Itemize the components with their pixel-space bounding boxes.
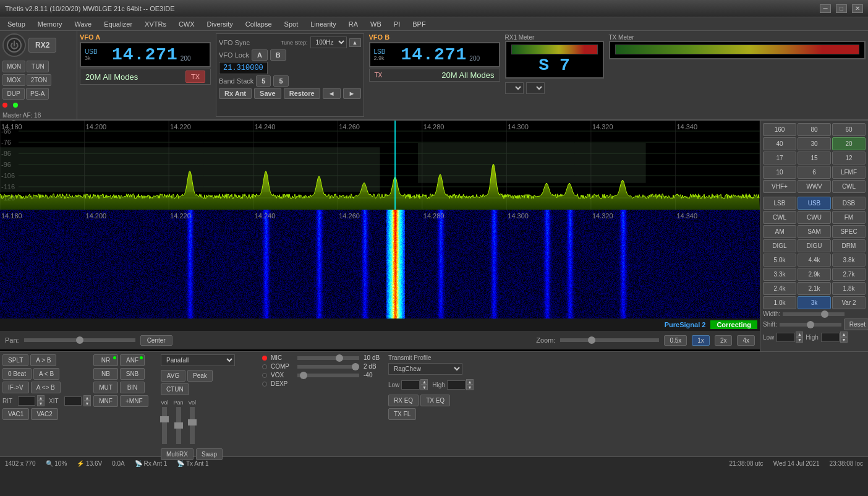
mode-dsb[interactable]: DSB <box>832 197 866 210</box>
menu-cwx[interactable]: CWX <box>174 19 200 29</box>
menu-collapse[interactable]: Collapse <box>240 19 277 29</box>
high-down[interactable]: ▼ <box>840 337 848 343</box>
dup-button[interactable]: DUP <box>2 88 25 100</box>
band-6[interactable]: 6 <box>798 166 831 179</box>
band-15[interactable]: 15 <box>798 152 831 165</box>
panafall-dropdown[interactable]: PanafallPanadapterWaterfall <box>161 354 235 366</box>
menu-wb[interactable]: WB <box>365 19 386 29</box>
high-value[interactable]: 3000 <box>821 333 840 342</box>
zoom-slider[interactable] <box>560 338 659 342</box>
swap-button[interactable]: Swap <box>196 448 223 460</box>
band-20[interactable]: 20 <box>832 137 866 150</box>
mode-usb[interactable]: USB <box>798 197 831 210</box>
tx-high-input[interactable]: 3000 <box>447 380 466 390</box>
signal-dropdown[interactable]: Signal <box>505 82 524 94</box>
peak-button[interactable]: Peak <box>187 370 213 382</box>
zero-beat-button[interactable]: 0 Beat <box>2 368 32 380</box>
menu-xvtrs[interactable]: XVTRs <box>140 19 171 29</box>
multi-rx-button[interactable]: MultiRX <box>161 448 194 460</box>
mode-sam[interactable]: SAM <box>798 225 831 238</box>
alc-comp-dropdown[interactable]: ALC Comp <box>526 82 545 94</box>
psa-button[interactable]: PS-A <box>26 88 49 100</box>
nav-left-button[interactable]: ◄ <box>323 88 341 99</box>
menu-linearity[interactable]: Linearity <box>305 19 341 29</box>
vol2-slider[interactable] <box>190 407 195 444</box>
rit-up[interactable]: ▲ <box>37 395 45 401</box>
close-button[interactable]: ✕ <box>852 4 863 13</box>
zoom-4x-button[interactable]: 4x <box>737 335 755 346</box>
tx-low-up[interactable]: ▲ <box>420 379 428 385</box>
menu-diversity[interactable]: Diversity <box>202 19 238 29</box>
pan-slider[interactable] <box>24 338 135 342</box>
band-60[interactable]: 60 <box>832 123 866 136</box>
filter-2.9k[interactable]: 2.9k <box>798 268 831 281</box>
nav-right-button[interactable]: ► <box>343 88 361 99</box>
tx-fl-button[interactable]: TX FL <box>388 408 416 420</box>
band-30[interactable]: 30 <box>798 137 831 150</box>
mode-cwu[interactable]: CWU <box>798 211 831 224</box>
rit-down[interactable]: ▼ <box>37 401 45 406</box>
avg-button[interactable]: AVG <box>161 370 185 382</box>
menu-bpf[interactable]: BPF <box>407 19 430 29</box>
zoom-2x-button[interactable]: 2x <box>715 335 733 346</box>
center-button[interactable]: Center <box>140 335 172 346</box>
mon-button[interactable]: MON <box>2 61 25 72</box>
band-stack-5a-btn[interactable]: 5 <box>256 75 271 87</box>
band-vhf[interactable]: VHF+ <box>763 180 796 193</box>
tx-profile-dropdown[interactable]: RagChewDXContest <box>388 363 462 375</box>
xit-input[interactable]: 0 <box>64 396 82 406</box>
splt-button[interactable]: SPLT <box>2 354 28 366</box>
mic-slider[interactable] <box>297 356 359 360</box>
pan2-slider[interactable] <box>176 407 181 444</box>
vfo-a-frequency[interactable]: 14.271 <box>112 45 178 64</box>
vol1-slider[interactable] <box>162 407 167 444</box>
low-down[interactable]: ▼ <box>796 337 803 343</box>
nr-button[interactable]: NR <box>93 354 118 366</box>
sync-freq-display[interactable]: 21.310000 <box>219 62 268 74</box>
anf-button[interactable]: ANF <box>120 354 145 366</box>
minimize-button[interactable]: ─ <box>820 4 831 13</box>
tx-low-input[interactable]: 40 <box>401 380 420 390</box>
mnf-button[interactable]: MNF <box>93 395 118 407</box>
power-button[interactable]: ⏻ <box>2 33 26 57</box>
vox-slider[interactable] <box>297 374 359 377</box>
band-lfmf[interactable]: LFMF <box>832 166 866 179</box>
filter-3k[interactable]: 3k <box>798 296 831 309</box>
xit-up[interactable]: ▲ <box>83 395 91 401</box>
waterfall-canvas[interactable] <box>0 121 760 319</box>
tx-high-up[interactable]: ▲ <box>466 379 474 385</box>
mut-button[interactable]: MUT <box>93 382 118 393</box>
filter-2.4k[interactable]: 2.4k <box>763 282 796 295</box>
tx-high-down[interactable]: ▼ <box>466 385 474 390</box>
mode-am[interactable]: AM <box>763 225 796 238</box>
a-b-button[interactable]: A > B <box>30 354 56 366</box>
band-17[interactable]: 17 <box>763 152 796 165</box>
filter-5k[interactable]: 5.0k <box>763 254 796 267</box>
nb-button[interactable]: NB <box>93 368 118 380</box>
save-button[interactable]: Save <box>254 88 281 99</box>
filter-1.8k[interactable]: 1.8k <box>832 282 866 295</box>
band-12[interactable]: 12 <box>832 152 866 165</box>
zoom-1x-button[interactable]: 1x <box>692 335 710 346</box>
filter-3.3k[interactable]: 3.3k <box>763 268 796 281</box>
rx2-button[interactable]: RX2 <box>28 38 56 53</box>
bin-button[interactable]: BIN <box>120 382 145 393</box>
band-cwl[interactable]: CWL <box>832 180 866 193</box>
filter-4.4k[interactable]: 4.4k <box>798 254 831 267</box>
low-value[interactable]: 40 <box>777 333 795 342</box>
high-up[interactable]: ▲ <box>840 331 848 337</box>
rit-input[interactable]: 0 <box>18 396 35 406</box>
width-slider[interactable] <box>783 312 845 316</box>
vac1-button[interactable]: VAC1 <box>2 408 29 420</box>
menu-ra[interactable]: RA <box>344 19 363 29</box>
twotone-button[interactable]: 2TON <box>27 74 52 86</box>
filter-2.1k[interactable]: 2.1k <box>798 282 831 295</box>
mode-lsb[interactable]: LSB <box>763 197 796 210</box>
zoom-0.5x-button[interactable]: 0.5x <box>664 335 687 346</box>
menu-spot[interactable]: Spot <box>279 19 304 29</box>
ctun-button[interactable]: CTUN <box>161 383 189 395</box>
tune-up-button[interactable]: ▲ <box>349 38 361 47</box>
low-up[interactable]: ▲ <box>796 331 803 337</box>
filter-1k[interactable]: 1.0k <box>763 296 796 309</box>
filter-2.7k[interactable]: 2.7k <box>832 268 866 281</box>
